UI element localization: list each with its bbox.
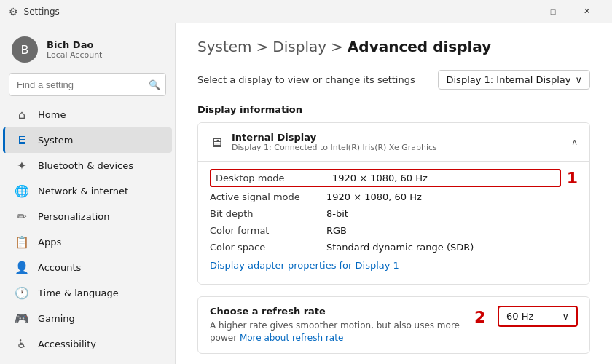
search-input[interactable]	[9, 73, 166, 96]
refresh-dropdown-wrapper: 2 60 Hz ∨	[498, 306, 578, 327]
refresh-text-block: Choose a refresh rate A higher rate give…	[210, 306, 498, 344]
info-row-color-format: Color format RGB	[210, 222, 578, 239]
info-label-color-format: Color format	[210, 225, 326, 236]
sidebar-item-label: System	[38, 135, 73, 146]
chevron-down-icon: ∨	[575, 74, 582, 85]
sidebar-item-apps[interactable]: 📋 Apps	[3, 229, 172, 255]
info-value-desktop-mode: 1920 × 1080, 60 Hz	[332, 173, 428, 183]
sidebar-item-gaming[interactable]: 🎮 Gaming	[3, 306, 172, 331]
adapter-link[interactable]: Display adapter properties for Display 1	[210, 256, 399, 278]
sidebar-item-label: Network & internet	[38, 186, 128, 197]
sidebar-item-home[interactable]: ⌂ Home	[3, 102, 172, 127]
refresh-rate-dropdown[interactable]: 60 Hz ∨	[498, 306, 578, 327]
gaming-icon: 🎮	[15, 312, 29, 325]
sidebar-item-label: Time & language	[38, 288, 119, 298]
display-dropdown[interactable]: Display 1: Internal Display ∨	[438, 70, 590, 90]
section-title: Display information	[197, 104, 590, 115]
app-body: B Bich Dao Local Account 🔍 ⌂ Home 🖥 Syst…	[0, 23, 612, 364]
user-subtitle: Local Account	[47, 50, 102, 60]
search-box: 🔍	[9, 73, 166, 96]
chevron-up-icon[interactable]: ∧	[571, 137, 578, 147]
window-controls: ─ □ ✕	[503, 0, 603, 23]
info-value-signal-mode: 1920 × 1080, 60 Hz	[326, 191, 422, 202]
info-table: Desktop mode 1920 × 1080, 60 Hz 1 Active…	[198, 162, 589, 284]
sidebar-item-label: Gaming	[38, 313, 75, 324]
bluetooth-icon: ✦	[15, 159, 29, 173]
system-icon: 🖥	[15, 133, 29, 147]
minimize-button[interactable]: ─	[503, 0, 536, 23]
sidebar-item-label: Apps	[38, 237, 61, 248]
breadcrumb-sep-2: >	[331, 38, 343, 55]
monitor-icon: 🖥	[210, 135, 223, 150]
display-selected-value: Display 1: Internal Display	[446, 74, 570, 85]
annotation-2: 2	[474, 307, 485, 325]
refresh-rate-value: 60 Hz	[506, 311, 533, 322]
close-button[interactable]: ✕	[570, 0, 603, 23]
personalization-icon: ✏	[15, 210, 29, 223]
titlebar-title: Settings	[24, 7, 60, 17]
maximize-button[interactable]: □	[536, 0, 570, 23]
breadcrumb: System > Display > Advanced display	[197, 38, 590, 55]
chevron-down-icon: ∨	[562, 311, 569, 322]
display-selector-row: Select a display to view or change its s…	[197, 70, 590, 90]
display-info-card: 🖥 Internal Display Display 1: Connected …	[197, 122, 590, 285]
accounts-icon: 👤	[15, 261, 29, 274]
annotation-1: 1	[567, 169, 578, 187]
network-icon: 🌐	[15, 184, 29, 198]
breadcrumb-current: Advanced display	[348, 38, 491, 55]
info-row-color-space: Color space Standard dynamic range (SDR)	[210, 239, 578, 256]
user-section: B Bich Dao Local Account	[0, 29, 175, 73]
info-value-color-space: Standard dynamic range (SDR)	[326, 242, 474, 253]
info-label-bit-depth: Bit depth	[210, 208, 326, 219]
info-label-desktop-mode: Desktop mode	[216, 173, 332, 183]
breadcrumb-display[interactable]: Display	[272, 38, 326, 55]
settings-icon: ⚙	[9, 6, 18, 17]
user-info: Bich Dao Local Account	[47, 39, 102, 60]
refresh-desc: A higher rate gives smoother motion, but…	[210, 320, 486, 344]
display-subtitle: Display 1: Connected to Intel(R) Iris(R)…	[232, 143, 437, 152]
sidebar: B Bich Dao Local Account 🔍 ⌂ Home 🖥 Syst…	[0, 23, 175, 364]
sidebar-item-label: Accounts	[38, 262, 81, 273]
info-card-header-left: 🖥 Internal Display Display 1: Connected …	[210, 132, 437, 152]
search-icon: 🔍	[149, 79, 160, 90]
breadcrumb-system[interactable]: System	[197, 38, 252, 55]
sidebar-item-label: Personalization	[38, 211, 110, 222]
info-value-bit-depth: 8-bit	[326, 208, 348, 219]
info-row-desktop-mode: Desktop mode 1920 × 1080, 60 Hz	[210, 169, 561, 187]
info-label-signal-mode: Active signal mode	[210, 191, 326, 202]
info-value-color-format: RGB	[326, 225, 347, 236]
refresh-more-link[interactable]: More about refresh rate	[240, 333, 343, 343]
refresh-section: Choose a refresh rate A higher rate give…	[197, 296, 590, 354]
info-label-color-space: Color space	[210, 242, 326, 253]
display-name: Internal Display	[232, 132, 437, 143]
sidebar-item-network[interactable]: 🌐 Network & internet	[3, 178, 172, 204]
titlebar: ⚙ Settings ─ □ ✕	[0, 0, 612, 23]
refresh-title: Choose a refresh rate	[210, 306, 486, 317]
sidebar-item-personalization[interactable]: ✏ Personalization	[3, 204, 172, 229]
apps-icon: 📋	[15, 235, 29, 249]
accessibility-icon: ♿	[15, 337, 29, 351]
info-card-header: 🖥 Internal Display Display 1: Connected …	[198, 123, 589, 162]
time-icon: 🕐	[15, 286, 29, 300]
sidebar-item-accounts[interactable]: 👤 Accounts	[3, 255, 172, 280]
sidebar-item-label: Bluetooth & devices	[38, 160, 133, 171]
main-content: System > Display > Advanced display Sele…	[175, 23, 612, 364]
avatar: B	[12, 36, 38, 63]
refresh-section-inner: Choose a refresh rate A higher rate give…	[210, 306, 578, 344]
display-selector-label: Select a display to view or change its s…	[197, 74, 415, 85]
info-row-signal-mode: Active signal mode 1920 × 1080, 60 Hz	[210, 189, 578, 205]
display-name-block: Internal Display Display 1: Connected to…	[232, 132, 437, 152]
sidebar-item-bluetooth[interactable]: ✦ Bluetooth & devices	[3, 153, 172, 178]
sidebar-item-label: Accessibility	[38, 339, 96, 349]
sidebar-item-accessibility[interactable]: ♿ Accessibility	[3, 331, 172, 357]
user-name: Bich Dao	[47, 39, 102, 50]
home-icon: ⌂	[15, 108, 29, 122]
info-row-bit-depth: Bit depth 8-bit	[210, 205, 578, 222]
sidebar-item-time[interactable]: 🕐 Time & language	[3, 280, 172, 306]
sidebar-item-label: Home	[38, 109, 66, 120]
sidebar-item-system[interactable]: 🖥 System	[3, 127, 172, 153]
breadcrumb-sep-1: >	[256, 38, 269, 55]
